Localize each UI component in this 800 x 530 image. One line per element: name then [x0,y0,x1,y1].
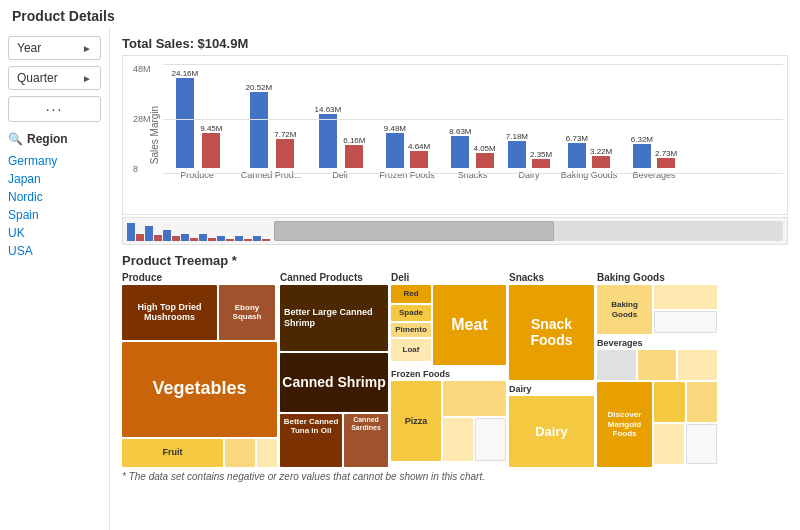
bar-blue-produce [176,78,194,168]
treemap-cell-baking2[interactable] [654,311,717,333]
bar-red-deli [345,145,363,168]
treemap-cell-vegetables[interactable]: Vegetables [122,342,277,437]
sidebar: Year ► Quarter ► ··· 🔍 Region Germany Ja… [0,28,110,530]
region-section: 🔍 Region Germany Japan Nordic Spain UK U… [8,132,101,260]
treemap-cell-produce-extra2[interactable] [257,439,277,467]
treemap-cell-dairy[interactable]: Dairy [509,396,594,467]
bar-value: 3.22M [590,147,612,156]
bar-label: Deli [332,170,348,180]
treemap-produce-col: Produce High Top Dried Mushrooms Ebony S… [122,272,277,467]
region-item-germany[interactable]: Germany [8,152,101,170]
bar-blue-snacks [451,136,469,168]
treemap-cell-bettercanned[interactable]: Better Canned Tuna in Oil [280,414,342,467]
produce-label: Produce [122,272,277,283]
region-title: 🔍 Region [8,132,101,146]
bar-blue-canned [250,92,268,168]
bar-label: Produce [180,170,214,180]
treemap-cell-spade[interactable]: Spade [391,305,431,321]
bar-value: 7.72M [274,130,296,139]
region-item-spain[interactable]: Spain [8,206,101,224]
region-item-japan[interactable]: Japan [8,170,101,188]
treemap-title: Product Treemap * [122,253,788,268]
treemap-cell-baking-extra2[interactable] [687,382,718,422]
treemap-cell-beverages1[interactable] [597,350,636,380]
bar-value: 4.05M [474,144,496,153]
frozen-sublabel: Frozen Foods [391,369,506,379]
treemap-cell-loaf[interactable]: Loaf [391,339,431,361]
treemap-cell-discover[interactable]: Discover Marigold Foods [597,382,652,467]
treemap-cell-hightop[interactable]: High Top Dried Mushrooms [122,285,217,340]
treemap-cell-sardines[interactable]: Canned Sardines [344,414,388,467]
treemap-cell-pimento[interactable]: Pimento [391,323,431,337]
bar-value: 8.63M [449,127,471,136]
year-button[interactable]: Year ► [8,36,101,60]
bar-value: 7.18M [506,132,528,141]
treemap-cell-ebony[interactable]: Ebony Squash [219,285,275,340]
treemap-cell-beverages2[interactable] [638,350,677,380]
bar-value: 2.73M [655,149,677,158]
mini-bar-blue [163,230,171,241]
page-header: Product Details [0,0,800,28]
snacks-label: Snacks [509,272,594,283]
quarter-button[interactable]: Quarter ► [8,66,101,90]
mini-bar-red [190,238,198,241]
bar-value: 9.48M [384,124,406,133]
bar-value: 6.16M [343,136,365,145]
scrollbar-thumb[interactable] [274,221,554,241]
bar-red-baking [592,156,610,168]
baking-label: Baking Goods [597,272,717,283]
treemap-cell-cannedshrimp[interactable]: Canned Shrimp [280,353,388,411]
treemap-cell-beverages3[interactable] [678,350,717,380]
treemap-cell-produce-extra[interactable] [225,439,255,467]
treemap-cell-betterlarge[interactable]: Better Large Canned Shrimp [280,285,388,351]
bar-value: 2.35M [530,150,552,159]
region-item-uk[interactable]: UK [8,224,101,242]
treemap-cell-frozen1[interactable] [443,381,506,416]
treemap-cell-meat[interactable]: Meat [433,285,506,365]
bar-label: Frozen Foods [379,170,435,180]
bar-red-snacks [476,153,494,168]
treemap-cell-pizza[interactable]: Pizza [391,381,441,461]
region-item-nordic[interactable]: Nordic [8,188,101,206]
treemap-cell-red[interactable]: Red [391,285,431,303]
region-item-usa[interactable]: USA [8,242,101,260]
mini-bar-red [154,235,162,241]
treemap-cell-baking-extra1[interactable] [654,382,685,422]
y-tick-8: 8 [133,164,151,174]
treemap-baking-col: Baking Goods Baking Goods [597,272,717,467]
chart-section: Total Sales: $104.9M Sales Margin 48M 28… [122,36,788,245]
beverages-sublabel: Beverages [597,338,717,348]
bar-red-beverages [657,158,675,168]
y-tick-28: 28M [133,114,151,124]
treemap-cell-snackfoods[interactable]: Snack Foods [509,285,594,380]
main-area: Year ► Quarter ► ··· 🔍 Region Germany Ja… [0,28,800,530]
mini-bar-blue [253,236,261,241]
mini-bar-blue [235,236,243,241]
bar-value: 4.64M [408,142,430,151]
treemap-cell-baking-extra3[interactable] [654,424,684,464]
bar-value: 6.32M [631,135,653,144]
mini-bar-blue [199,234,207,241]
treemap-cell-bakinggoodsitem[interactable]: Baking Goods [597,285,652,334]
treemap-cell-frozen3[interactable] [475,418,507,461]
treemap-cell-baking-extra4[interactable] [686,424,718,464]
mini-bar-red [172,236,180,241]
mini-bar-blue [217,236,225,241]
deli-label: Deli [391,272,506,283]
bar-blue-beverages [633,144,651,168]
treemap-cell-frozen2[interactable] [443,418,473,461]
chart-scrollbar[interactable] [274,221,783,241]
mini-bar-blue [181,234,189,241]
bar-blue-deli [319,114,337,168]
year-arrow-icon: ► [82,43,92,54]
mini-scroll-chart[interactable] [122,217,788,245]
bar-value: 9.45M [200,124,222,133]
treemap-cell-baking1[interactable] [654,285,717,309]
treemap-cell-fruit[interactable]: Fruit [122,439,223,467]
bar-label: Beverages [632,170,675,180]
more-options-button[interactable]: ··· [8,96,101,122]
search-icon: 🔍 [8,132,23,146]
bar-blue-baking [568,143,586,168]
bar-value: 6.73M [566,134,588,143]
canned-label: Canned Products [280,272,388,283]
